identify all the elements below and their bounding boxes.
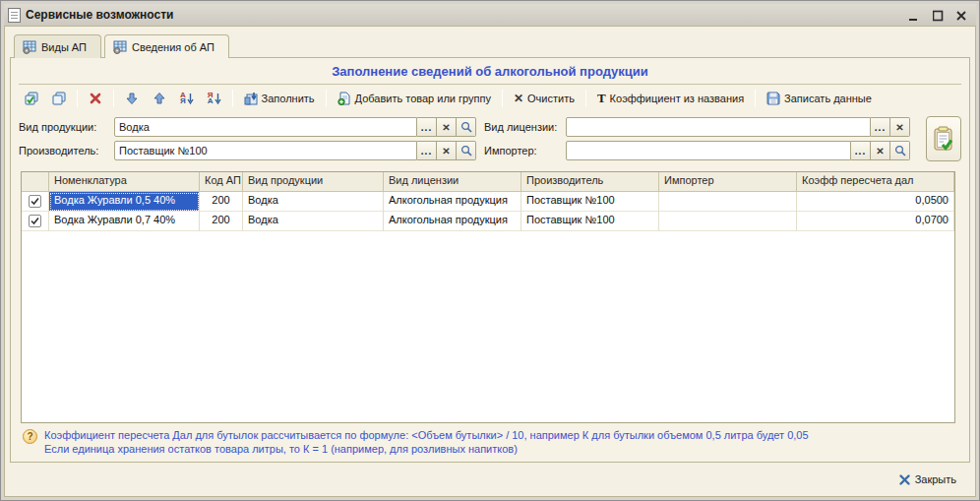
sort-ascending-button[interactable]: АЯ (174, 90, 200, 108)
importer-select-button[interactable]: ... (851, 141, 871, 160)
fill-icon (244, 92, 258, 105)
cell-product-type[interactable]: Водка (243, 212, 384, 231)
producer-select-button[interactable]: ... (417, 141, 437, 160)
tab-panel: Заполнение сведений об алкогольной проду… (10, 57, 970, 463)
uncheck-all-icon (52, 92, 66, 105)
cell-importer[interactable] (659, 212, 797, 231)
move-up-button[interactable] (147, 89, 172, 108)
table-gear-icon (23, 40, 36, 54)
uncheck-all-button[interactable] (46, 89, 72, 108)
check-icon (31, 217, 39, 225)
importer-clear-button[interactable]: ✕ (871, 141, 890, 160)
product-type-open-button[interactable] (457, 117, 476, 137)
product-type-label: Вид продукции: (19, 121, 114, 133)
cell-nomenclature[interactable]: Водка Журавли 0,7 40% (49, 212, 200, 231)
header-importer[interactable]: Импортер (659, 172, 797, 192)
toolbar-separator (113, 90, 114, 107)
header-coefficient[interactable]: Коэфф пересчета дал (797, 172, 954, 192)
row-checkbox[interactable] (29, 195, 41, 208)
toolbar-separator (502, 90, 503, 107)
cell-nomenclature[interactable]: Водка Журавли 0,5 40% (49, 192, 200, 212)
license-type-clear-button[interactable]: ✕ (890, 117, 910, 137)
check-all-button[interactable] (19, 89, 44, 108)
products-table: Номенклатура Код АП Вид продукции Вид ли… (21, 171, 955, 423)
delete-row-button[interactable] (83, 89, 108, 108)
sort-descending-button[interactable]: ЯА (202, 90, 227, 108)
clear-label: Очистить (527, 93, 575, 104)
cell-coefficient[interactable]: 0,0500 (797, 192, 954, 212)
close-dialog-button[interactable]: Закрыть (895, 471, 960, 487)
cell-license-type[interactable]: Алкогольная продукция (384, 192, 521, 212)
cell-license-type[interactable]: Алкогольная продукция (384, 212, 521, 231)
toolbar-separator (232, 90, 233, 107)
window-document-icon (8, 8, 21, 23)
sort-za-icon: ЯА (208, 93, 214, 104)
importer-label: Импортер: (484, 145, 566, 157)
product-type-clear-button[interactable]: ✕ (437, 117, 457, 137)
magnifier-icon (894, 145, 906, 157)
close-icon (956, 10, 967, 22)
header-nomenclature[interactable]: Номенклатура (49, 172, 200, 192)
blue-x-icon (899, 474, 910, 485)
cell-code-ap[interactable]: 200 (200, 192, 243, 212)
producer-label: Производитель: (19, 145, 114, 157)
row-checkbox[interactable] (29, 215, 41, 227)
arrow-down-icon (125, 92, 139, 105)
tab-label: Виды АП (41, 41, 87, 53)
add-label: Добавить товар или группу (355, 93, 491, 104)
hint-block: ? Коэффициент пересчета Дал для бутылок … (17, 423, 963, 458)
tab-svedeniya-ob-ap[interactable]: Сведения об АП (104, 34, 229, 58)
move-down-button[interactable] (119, 89, 145, 108)
maximize-button[interactable] (931, 8, 945, 22)
check-icon (31, 197, 39, 206)
window-title: Сервисные возможности (26, 8, 902, 22)
cell-producer[interactable]: Поставщик №100 (521, 212, 659, 231)
producer-input[interactable] (114, 141, 417, 160)
header-product-type[interactable]: Вид продукции (243, 172, 384, 192)
product-type-select-button[interactable]: ... (417, 117, 437, 137)
apply-selection-button[interactable] (926, 116, 961, 161)
importer-open-button[interactable] (890, 141, 910, 160)
fill-button[interactable]: Заполнить (238, 89, 321, 108)
service-window: Сервисные возможности Виды АП Сведения о… (0, 0, 980, 501)
importer-input[interactable] (566, 141, 851, 160)
cell-product-type[interactable]: Водка (243, 192, 384, 212)
license-type-select-button[interactable]: ... (871, 117, 890, 137)
fill-label: Заполнить (262, 93, 315, 104)
license-type-label: Вид лицензии: (484, 121, 566, 133)
add-item-button[interactable]: Добавить товар или группу (332, 89, 497, 108)
header-check-column (22, 172, 49, 192)
red-x-icon (89, 92, 102, 105)
clear-button[interactable]: ✕ Очистить (508, 90, 581, 107)
close-label: Закрыть (915, 473, 956, 485)
save-data-button[interactable]: Записать данные (761, 89, 878, 108)
tab-vidy-ap[interactable]: Виды АП (14, 34, 101, 58)
product-type-input[interactable] (114, 117, 417, 137)
titlebar[interactable]: Сервисные возможности (4, 4, 976, 26)
table-row[interactable]: Водка Журавли 0,7 40% 200 Водка Алкоголь… (22, 212, 954, 231)
header-producer[interactable]: Производитель (521, 172, 659, 192)
cell-coefficient[interactable]: 0,0700 (797, 212, 954, 231)
coefficient-from-name-button[interactable]: T Коэффициент из названия (591, 90, 750, 107)
minimize-icon (909, 10, 919, 22)
cell-importer[interactable] (659, 192, 797, 212)
filters-area: Вид продукции: ... ✕ Вид лицензии: ... ✕ (17, 112, 963, 169)
producer-clear-button[interactable]: ✕ (437, 141, 457, 160)
add-document-icon (337, 92, 351, 105)
sort-az-icon: АЯ (180, 93, 186, 104)
license-type-input[interactable] (566, 117, 871, 137)
question-icon: ? (23, 429, 37, 444)
producer-open-button[interactable] (457, 141, 476, 160)
close-window-button[interactable] (954, 8, 968, 22)
clear-x-icon: ✕ (514, 93, 523, 104)
table-row[interactable]: Водка Журавли 0,5 40% 200 Водка Алкоголь… (22, 192, 954, 212)
toolbar-separator (77, 90, 78, 107)
sort-arrow-icon (187, 93, 194, 105)
header-code-ap[interactable]: Код АП (200, 172, 243, 192)
cell-producer[interactable]: Поставщик №100 (521, 192, 659, 212)
minimize-button[interactable] (907, 8, 921, 22)
tab-strip: Виды АП Сведения об АП (10, 30, 970, 57)
clipboard-check-icon (933, 126, 954, 152)
header-license-type[interactable]: Вид лицензии (384, 172, 521, 192)
cell-code-ap[interactable]: 200 (200, 212, 243, 231)
